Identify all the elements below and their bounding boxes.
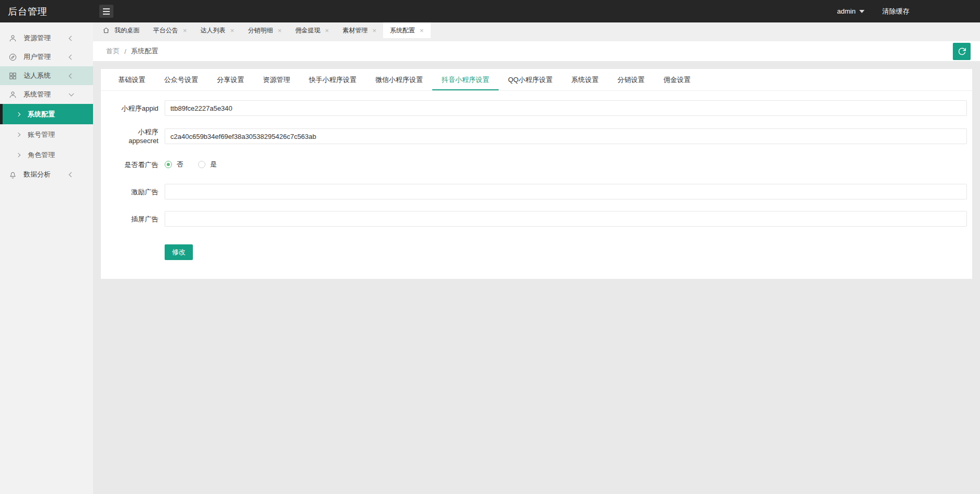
- close-tab-icon[interactable]: ×: [230, 27, 235, 34]
- settings-tab-basic[interactable]: 基础设置: [109, 69, 155, 90]
- settings-tab-kuaishou-miniapp[interactable]: 快手小程序设置: [299, 69, 366, 90]
- sidebar-menu: 资源管理用户管理达人系统系统管理系统配置账号管理角色管理数据分析: [0, 22, 93, 494]
- app-header: 后台管理 admin 清除缓存: [0, 0, 980, 22]
- close-tab-icon[interactable]: ×: [372, 27, 376, 34]
- sidebar-subitem-label: 角色管理: [28, 150, 55, 160]
- tab-material-management[interactable]: 素材管理×: [336, 22, 383, 38]
- compass-icon: [8, 53, 17, 62]
- settings-tab-wechat-miniapp[interactable]: 微信小程序设置: [366, 69, 432, 90]
- watch-ad-radio-no[interactable]: 否: [165, 160, 183, 169]
- settings-tab-distribution[interactable]: 分销设置: [608, 69, 654, 90]
- close-tab-icon[interactable]: ×: [420, 27, 424, 34]
- breadcrumb-home-link[interactable]: 首页: [106, 46, 120, 56]
- chevron-right-icon: [16, 112, 20, 116]
- watch-ad-radio-yes[interactable]: 是: [198, 160, 217, 169]
- watch-ad-radio-group: 否是: [165, 160, 217, 169]
- tab-platform-announcement[interactable]: 平台公告×: [146, 22, 194, 38]
- settings-card: 基础设置公众号设置分享设置资源管理快手小程序设置微信小程序设置抖音小程序设置QQ…: [101, 69, 972, 279]
- form-row-interstitial-ad: 插屏广告: [109, 211, 967, 227]
- tab-label: 平台公告: [153, 26, 178, 35]
- tab-commission-withdraw[interactable]: 佣金提现×: [289, 22, 336, 38]
- appsecret-input[interactable]: [165, 128, 967, 144]
- tab-label: 系统配置: [390, 26, 415, 35]
- radio-option-label: 是: [210, 160, 217, 169]
- chevron-right-icon: [16, 132, 20, 136]
- sidebar-item-talent-system[interactable]: 达人系统: [0, 66, 93, 85]
- user-menu[interactable]: admin: [837, 7, 864, 15]
- sidebar-item-users[interactable]: 用户管理: [0, 48, 93, 66]
- chevron-left-icon: [69, 54, 74, 60]
- sidebar-item-label: 数据分析: [24, 170, 51, 179]
- settings-tab-share[interactable]: 分享设置: [207, 69, 253, 90]
- form-row-appsecret: 小程序appsecret: [109, 127, 967, 145]
- chevron-left-icon: [69, 172, 74, 177]
- settings-tab-system[interactable]: 系统设置: [562, 69, 608, 90]
- caret-down-icon: [859, 10, 864, 13]
- form-row-reward-ad: 激励广告: [109, 184, 967, 199]
- reward-ad-input[interactable]: [165, 184, 967, 199]
- settings-tab-douyin-miniapp[interactable]: 抖音小程序设置: [432, 69, 499, 90]
- tab-system-config[interactable]: 系统配置×: [383, 22, 431, 38]
- field-label: 小程序appid: [109, 104, 158, 113]
- main-area: 我的桌面平台公告×达人列表×分销明细×佣金提现×素材管理×系统配置× 首页 / …: [93, 22, 980, 494]
- settings-tab-commission[interactable]: 佣金设置: [654, 69, 700, 90]
- form-row-watch-ad: 是否看广告否是: [109, 157, 967, 172]
- sidebar-subitem-label: 账号管理: [28, 130, 55, 139]
- sidebar-subitem-role-management[interactable]: 角色管理: [0, 145, 93, 165]
- sidebar-item-system-management[interactable]: 系统管理: [0, 85, 93, 104]
- settings-tab-official-account[interactable]: 公众号设置: [155, 69, 207, 90]
- tab-desktop[interactable]: 我的桌面: [96, 22, 146, 38]
- grid-icon: [8, 72, 17, 80]
- form-rows: 小程序appid小程序appsecret是否看广告否是激励广告插屏广告: [109, 100, 967, 227]
- field-label: 插屏广告: [109, 215, 158, 224]
- tab-label: 素材管理: [342, 26, 367, 35]
- sidebar-subitem-system-config[interactable]: 系统配置: [0, 104, 93, 124]
- settings-tabs: 基础设置公众号设置分享设置资源管理快手小程序设置微信小程序设置抖音小程序设置QQ…: [101, 69, 972, 91]
- breadcrumb-separator: /: [124, 48, 126, 55]
- interstitial-ad-input[interactable]: [165, 211, 967, 227]
- field-label: 激励广告: [109, 187, 158, 196]
- radio-checked-icon: [165, 161, 172, 168]
- clear-cache-button[interactable]: 清除缓存: [882, 7, 909, 16]
- tab-talent-list[interactable]: 达人列表×: [194, 22, 241, 38]
- app-body: 资源管理用户管理达人系统系统管理系统配置账号管理角色管理数据分析 我的桌面平台公…: [0, 22, 980, 494]
- username: admin: [837, 7, 856, 15]
- tab-distribution-detail[interactable]: 分销明细×: [241, 22, 289, 38]
- close-tab-icon[interactable]: ×: [278, 27, 282, 34]
- settings-tab-qq-miniapp[interactable]: QQ小程序设置: [499, 69, 562, 90]
- sidebar-item-data-analysis[interactable]: 数据分析: [0, 165, 93, 184]
- collapse-menu-button[interactable]: [99, 5, 113, 18]
- tab-label: 分销明细: [248, 26, 273, 35]
- user-icon: [8, 34, 17, 43]
- close-tab-icon[interactable]: ×: [183, 27, 187, 34]
- sidebar-item-label: 达人系统: [24, 71, 51, 80]
- home-icon: [102, 27, 110, 34]
- radio-unchecked-icon: [198, 161, 205, 168]
- bell-icon: [8, 170, 17, 179]
- settings-tab-resources[interactable]: 资源管理: [253, 69, 299, 90]
- chevron-left-icon: [69, 73, 74, 78]
- appid-input[interactable]: [165, 100, 967, 116]
- close-tab-icon[interactable]: ×: [325, 27, 329, 34]
- chevron-left-icon: [69, 36, 74, 41]
- field-label: 小程序appsecret: [109, 127, 158, 145]
- chevron-right-icon: [16, 152, 20, 157]
- sidebar-item-label: 系统管理: [24, 90, 51, 99]
- user-icon: [8, 90, 17, 99]
- settings-form: 小程序appid小程序appsecret是否看广告否是激励广告插屏广告 修改: [101, 91, 972, 279]
- chevron-down-icon: [69, 91, 74, 96]
- refresh-button[interactable]: [953, 43, 971, 60]
- tab-label: 我的桌面: [114, 26, 140, 35]
- app-title: 后台管理: [0, 5, 93, 18]
- refresh-icon: [958, 47, 966, 56]
- sidebar-subitem-account-management[interactable]: 账号管理: [0, 124, 93, 145]
- sidebar-item-label: 资源管理: [24, 33, 51, 43]
- sidebar-item-resources[interactable]: 资源管理: [0, 29, 93, 48]
- hamburger-icon: [103, 8, 110, 15]
- radio-option-label: 否: [177, 160, 183, 169]
- form-row-appid: 小程序appid: [109, 100, 967, 116]
- breadcrumb-current: 系统配置: [131, 46, 158, 56]
- submit-button[interactable]: 修改: [165, 244, 193, 260]
- sidebar-subitem-label: 系统配置: [28, 110, 55, 119]
- tab-label: 达人列表: [201, 26, 226, 35]
